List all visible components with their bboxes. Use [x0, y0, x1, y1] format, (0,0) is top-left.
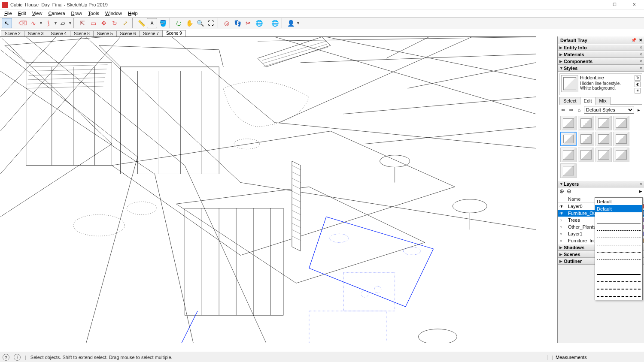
style-name[interactable]: HiddenLine — [580, 75, 633, 80]
scene-tab[interactable]: Scene 3 — [24, 30, 48, 36]
style-update-icon[interactable]: ↻ — [635, 75, 641, 81]
model-viewport[interactable] — [0, 36, 536, 343]
paint-tool-icon[interactable]: 🪣 — [158, 18, 168, 28]
dash-option[interactable] — [595, 227, 642, 234]
panel-styles[interactable]: ▼Styles✕ — [558, 65, 644, 72]
menu-view[interactable]: View — [30, 10, 45, 17]
menu-file[interactable]: File — [2, 10, 15, 17]
visibility-icon[interactable]: 👁 — [559, 204, 567, 209]
select-tool-icon[interactable]: ↖ — [2, 18, 12, 28]
menu-edit[interactable]: Edit — [15, 10, 29, 17]
scene-tab[interactable]: Scene 8 — [70, 30, 94, 36]
dash-option[interactable] — [595, 278, 642, 285]
style-thumbnail-item[interactable] — [560, 132, 577, 146]
info-icon[interactable]: i — [14, 354, 21, 361]
tab-edit[interactable]: Edit — [580, 97, 596, 105]
panel-close-icon[interactable]: ✕ — [638, 59, 644, 63]
layout-icon[interactable]: ✂ — [243, 18, 253, 28]
tray-close-icon[interactable]: ✕ — [637, 38, 644, 42]
arc-tool-icon[interactable]: ⟆ — [43, 18, 53, 28]
style-thumbnail-item[interactable] — [560, 116, 577, 130]
visibility-icon[interactable]: ○ — [559, 238, 567, 243]
user-account-icon[interactable]: 👤 — [286, 18, 296, 28]
layer-details-icon[interactable]: ▸ — [639, 188, 642, 194]
nav-back-icon[interactable]: ⇦ — [559, 106, 566, 113]
minimize-button[interactable]: — — [585, 0, 605, 9]
dash-option-default[interactable]: Default — [595, 198, 642, 205]
tray-header[interactable]: Default Tray 📌 ✕ — [558, 36, 644, 44]
scale-tool-icon[interactable]: ⤢ — [120, 18, 131, 28]
style-thumbnail-item[interactable] — [613, 148, 629, 162]
visibility-icon[interactable]: ○ — [559, 232, 567, 236]
scene-tab[interactable]: Scene 2 — [1, 30, 24, 36]
dash-option[interactable] — [595, 293, 642, 300]
tape-tool-icon[interactable]: 📏 — [136, 18, 146, 28]
dash-option[interactable] — [595, 256, 642, 263]
dash-option[interactable] — [595, 234, 642, 241]
nav-home-icon[interactable]: ⌂ — [576, 106, 583, 113]
pan-tool-icon[interactable]: ✋ — [184, 18, 194, 28]
style-thumbnail-item[interactable] — [613, 116, 629, 130]
tray-pin-icon[interactable]: 📌 — [630, 38, 637, 42]
line-dropdown-icon[interactable]: ▼ — [39, 21, 43, 25]
line-tool-icon[interactable]: ∿ — [28, 18, 39, 28]
zoom-tool-icon[interactable]: 🔍 — [195, 18, 205, 28]
style-thumbnail-item[interactable] — [560, 163, 577, 178]
panel-close-icon[interactable]: ✕ — [638, 45, 644, 50]
dash-option[interactable] — [595, 285, 642, 293]
style-thumbnail[interactable] — [561, 75, 578, 92]
pushpull-tool-icon[interactable]: ⇱ — [77, 18, 88, 28]
dash-option[interactable] — [595, 241, 642, 249]
arc-dropdown-icon[interactable]: ▼ — [54, 21, 57, 25]
dash-option[interactable] — [595, 271, 642, 278]
dash-option-default-selected[interactable]: Default — [595, 205, 642, 212]
visibility-icon[interactable]: ○ — [559, 225, 567, 229]
style-thumbnail-item[interactable] — [578, 116, 594, 130]
geolocation-icon[interactable]: 🌐 — [254, 18, 264, 28]
style-thumbnail-item[interactable] — [560, 148, 577, 162]
panel-materials[interactable]: ▶Materials✕ — [558, 51, 644, 58]
menu-camera[interactable]: Camera — [46, 10, 67, 17]
style-thumbnail-item[interactable] — [595, 132, 612, 146]
tab-select[interactable]: Select — [559, 97, 580, 105]
rotate-tool-icon[interactable]: ↻ — [109, 18, 120, 28]
visibility-icon[interactable]: 👁 — [559, 211, 567, 216]
eraser-tool-icon[interactable]: ⌫ — [18, 18, 28, 28]
menu-draw[interactable]: Draw — [69, 10, 85, 17]
style-thumbnail-item[interactable] — [578, 148, 594, 162]
orbit-tool-icon[interactable]: ⭮ — [173, 18, 184, 28]
dash-option[interactable] — [595, 249, 642, 256]
text-tool-icon[interactable]: A — [147, 18, 157, 28]
style-thumbnail-item[interactable] — [595, 148, 612, 162]
details-icon[interactable]: ▸ — [635, 106, 642, 113]
user-dropdown-icon[interactable]: ▼ — [296, 21, 300, 25]
remove-layer-icon[interactable]: ⊖ — [567, 188, 571, 194]
style-new-icon[interactable]: ◐ — [635, 81, 641, 87]
scene-tab[interactable]: Scene 7 — [139, 30, 163, 36]
scene-tab[interactable]: Scene 5 — [93, 30, 117, 36]
panel-close-icon[interactable]: ✕ — [638, 52, 644, 57]
panel-close-icon[interactable]: ✕ — [638, 182, 644, 186]
maximize-button[interactable]: ☐ — [605, 0, 624, 9]
close-button[interactable]: ✕ — [624, 0, 644, 9]
panel-close-icon[interactable]: ✕ — [638, 66, 644, 70]
panel-entity-info[interactable]: ▶Entity Info✕ — [558, 44, 644, 51]
tab-mix[interactable]: Mix — [595, 97, 611, 105]
nav-fwd-icon[interactable]: ⇨ — [568, 106, 574, 113]
style-description[interactable]: Hidden line facestyle. White background. — [580, 81, 633, 90]
shape-tool-icon[interactable]: ▱ — [58, 18, 68, 28]
move-tool-icon[interactable]: ✥ — [99, 18, 109, 28]
dashes-dropdown[interactable]: Default Default — [595, 197, 643, 300]
scene-tab[interactable]: Scene 9 — [162, 30, 186, 36]
scene-tab[interactable]: Scene 4 — [47, 30, 70, 36]
extensions-icon[interactable]: 🌐 — [270, 18, 280, 28]
zoomextents-tool-icon[interactable]: ⛶ — [206, 18, 216, 28]
visibility-icon[interactable]: ○ — [559, 218, 567, 223]
style-create-icon[interactable]: ☀ — [635, 88, 641, 94]
extwarehouse-icon[interactable]: 👣 — [232, 18, 243, 28]
scene-tab[interactable]: Scene 6 — [116, 30, 140, 36]
shape-dropdown-icon[interactable]: ▼ — [68, 21, 72, 25]
style-collection-select[interactable]: Default Styles — [584, 106, 634, 114]
dash-option[interactable] — [595, 220, 642, 227]
help-icon[interactable]: ? — [3, 354, 9, 361]
